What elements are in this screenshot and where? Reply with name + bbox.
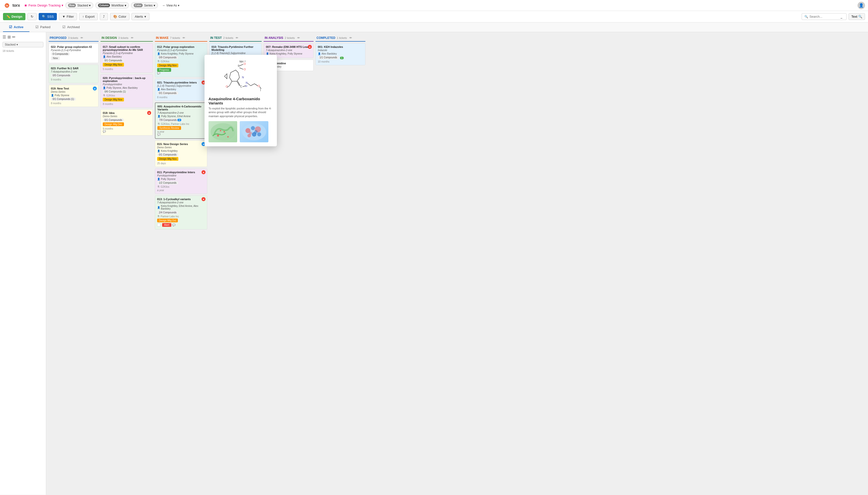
- popup-title: Azaquinoline 4-Carboxamido Variants: [208, 97, 273, 105]
- search-input[interactable]: [809, 15, 839, 18]
- refresh-button[interactable]: ↻: [28, 13, 37, 20]
- tab-archived[interactable]: ☑ Archived: [56, 22, 86, 32]
- card-015[interactable]: ● 015: New Design Series Demo-Series 👤 K…: [155, 140, 207, 167]
- filter-button[interactable]: ▼ Filter: [59, 13, 77, 20]
- surface-model-image: [240, 121, 268, 142]
- logo-icon[interactable]: tx: [3, 1, 11, 10]
- search-icon: 🔍: [804, 15, 808, 18]
- protein-3d-image: [208, 121, 237, 142]
- col-edit-in-make[interactable]: ✏: [183, 36, 185, 40]
- svg-point-34: [220, 130, 221, 131]
- col-edit-in-test[interactable]: ✏: [236, 36, 238, 40]
- card-019[interactable]: ● 019: New Test Demo-Series 👤 Polly Styr…: [49, 85, 99, 107]
- sidebar: ☰ ⊞ ✏ Stacked ▾ 18 tickets: [0, 32, 46, 495]
- ticket-count: 18 tickets: [2, 49, 44, 52]
- svg-point-3: [25, 5, 27, 6]
- view-as-btn[interactable]: ↔ View As ▾: [160, 3, 182, 8]
- cards-completed: 001: KEH Indazoles Indazole 👤 Alex Bards…: [316, 43, 365, 492]
- card-012[interactable]: 012: Polar group exploration Pyrazolo-[1…: [155, 43, 207, 77]
- color-pill[interactable]: Color Series ▾: [131, 2, 158, 8]
- col-header-in-analysis: IN ANALYSIS 2 tickets ✏: [264, 35, 314, 41]
- svg-marker-11: [230, 70, 239, 81]
- grid-icon[interactable]: ⊞: [7, 35, 11, 39]
- svg-line-9: [239, 68, 243, 69]
- card-013[interactable]: ● 013: 1-Cycloalkyl variants 7-Azaquinaz…: [155, 195, 207, 229]
- col-header-proposed: PROPOSED 3 tickets ✏: [49, 35, 99, 41]
- col-header-in-test: IN TEST 2 tickets ✏: [209, 35, 262, 41]
- column-in-make: IN MAKE 7 tickets ✏ 012: Polar group exp…: [155, 35, 207, 492]
- card-022[interactable]: 022: Polar group exploration #2 Pyrazolo…: [49, 43, 99, 63]
- col-header-completed: COMPLETED 1 tickets ✏: [316, 35, 365, 41]
- tab-parked[interactable]: ☑ Parked: [30, 22, 56, 32]
- svg-text:H: H: [245, 85, 247, 87]
- svg-point-31: [217, 135, 219, 137]
- col-header-in-make: IN MAKE 7 tickets ✏: [155, 35, 207, 41]
- molecule-structure: NH2 S O O N O: [208, 59, 273, 94]
- share-button[interactable]: ⤴: [100, 13, 108, 20]
- sidebar-controls: ☰ ⊞ ✏: [2, 35, 44, 39]
- svg-point-33: [227, 136, 229, 138]
- tab-active-icon: ☑: [9, 25, 12, 29]
- column-proposed: PROPOSED 3 tickets ✏ 022: Polar group ex…: [49, 35, 99, 492]
- cards-in-make: 012: Polar group exploration Pyrazolo-[1…: [155, 43, 207, 492]
- tab-archived-icon: ☑: [62, 25, 66, 29]
- svg-text:O: O: [244, 68, 246, 71]
- svg-text:O: O: [244, 62, 246, 65]
- svg-line-7: [239, 64, 243, 66]
- svg-point-43: [254, 130, 258, 134]
- priority-icon-007: ●: [308, 45, 312, 49]
- column-pill[interactable]: Column Workflow ▾: [95, 2, 129, 8]
- svg-text:N: N: [242, 76, 244, 79]
- color-button[interactable]: 🎨 Color: [110, 13, 130, 20]
- board-area: ☰ ⊞ ✏ Stacked ▾ 18 tickets PROPOSED 3 ti…: [0, 32, 868, 495]
- tab-active[interactable]: ☑ Active: [3, 22, 30, 32]
- card-001[interactable]: 001: KEH Indazoles Indazole 👤 Alex Bards…: [316, 43, 365, 65]
- card-017[interactable]: 017: Small subset to confirm pyrazolopyr…: [101, 43, 153, 73]
- col-edit-in-design[interactable]: ✏: [131, 36, 133, 40]
- col-edit-proposed[interactable]: ✏: [81, 36, 83, 40]
- col-edit-in-analysis[interactable]: ✏: [297, 36, 300, 40]
- export-button[interactable]: ↑ Export: [79, 13, 98, 20]
- compound-popup[interactable]: NH2 S O O N O: [204, 55, 277, 146]
- search-box[interactable]: 🔍 _: [802, 13, 847, 20]
- sss-button[interactable]: 🔍 SSS: [39, 13, 57, 20]
- priority-icon-018: ●: [147, 111, 151, 115]
- popup-description: To exploit the lipophilic pocket extendi…: [208, 107, 273, 118]
- kanban-board: PROPOSED 3 tickets ✏ 022: Polar group ex…: [46, 32, 868, 495]
- list-icon[interactable]: ☰: [2, 35, 6, 39]
- user-avatar[interactable]: 👤: [857, 2, 865, 9]
- tabs-row: ☑ Active ☑ Parked ☑ Archived: [0, 22, 868, 32]
- project-badge[interactable]: Fenix Design Tracking ▾: [24, 3, 63, 7]
- column-in-design: IN DESIGN 3 tickets ✏ 017: Small subset …: [101, 35, 153, 492]
- design-button[interactable]: ✏️ Design: [3, 13, 26, 20]
- card-020[interactable]: 020: Pyrrolopyrimidine : back-up explora…: [101, 74, 153, 108]
- search-text-icon: 🔍: [858, 15, 862, 18]
- svg-text:N: N: [246, 81, 248, 84]
- svg-point-37: [251, 126, 255, 130]
- svg-text:S: S: [238, 64, 239, 67]
- stacked-mode[interactable]: Stacked ▾: [2, 42, 44, 47]
- logo-area: tx torx: [3, 1, 20, 10]
- card-005[interactable]: 005: Azaquinoline 4-Carboxamido Variants…: [155, 102, 207, 139]
- text-search-button[interactable]: Text 🔍: [849, 13, 865, 20]
- card-021[interactable]: ● 021: Triazolo-pyrimidine Inters [1,2,4…: [155, 79, 207, 101]
- top-navigation: tx torx Fenix Design Tracking ▾ Row Stac…: [0, 0, 868, 11]
- card-023[interactable]: 023: Further N-1 SAR 7-Azaquinazoline-2-…: [49, 65, 99, 83]
- card-011[interactable]: ● 011: Pyrrolopyrimidine Inters Pyrrolop…: [155, 169, 207, 194]
- svg-line-24: [248, 83, 251, 86]
- svg-text:C: C: [240, 85, 242, 88]
- col-edit-completed[interactable]: ✏: [349, 36, 352, 40]
- row-pill[interactable]: Row Stacked ▾: [65, 2, 93, 8]
- priority-icon-013: ●: [202, 197, 205, 201]
- brand-name: torx: [13, 3, 20, 8]
- svg-line-25: [251, 84, 254, 86]
- svg-line-26: [254, 84, 258, 86]
- tab-parked-icon: ☑: [35, 25, 39, 29]
- card-018[interactable]: ● 018: Idea Demo-Series 0/1 Compounds De…: [101, 109, 153, 136]
- alerts-button[interactable]: Alerts ▾: [131, 13, 149, 20]
- priority-icon-019: ●: [93, 86, 97, 90]
- edit-icon[interactable]: ✏: [12, 35, 15, 39]
- svg-text:2: 2: [245, 60, 246, 62]
- svg-point-32: [223, 131, 225, 133]
- priority-icon-011: ●: [202, 170, 205, 174]
